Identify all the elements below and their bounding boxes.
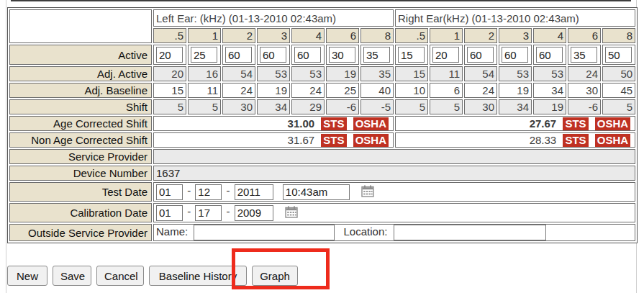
baseline-history-button[interactable]: Baseline History	[149, 266, 247, 286]
freq-right-3: 3	[499, 28, 532, 43]
active-input-right-8[interactable]	[605, 47, 632, 63]
age-corrected-left-value: 31.00	[288, 117, 315, 130]
active-input-right-4[interactable]	[536, 47, 563, 63]
adj-baseline-cell: 34	[533, 83, 566, 98]
adj-active-cell: 53	[291, 66, 325, 81]
service-provider-row: Service Provider	[9, 149, 635, 164]
save-button[interactable]: Save	[53, 266, 91, 286]
active-input-right-2[interactable]	[467, 47, 494, 63]
active-input-left-2[interactable]	[225, 47, 252, 63]
age-corrected-right-value: 27.67	[530, 117, 557, 130]
age-corrected-label: Age Corrected Shift	[9, 116, 152, 131]
shift-cell: -6	[326, 99, 359, 114]
adj-baseline-cell: 15	[153, 83, 186, 98]
service-provider-label: Service Provider	[9, 149, 152, 164]
test-time-input[interactable]	[283, 184, 350, 200]
non-age-corrected-row: Non Age Corrected Shift 31.67 STS OSHA 2…	[9, 132, 635, 148]
shift-cell: 19	[533, 99, 566, 114]
shift-cell: 34	[499, 99, 532, 114]
freq-right-6: 6	[568, 28, 601, 43]
freq-right-4: 4	[533, 28, 566, 43]
shift-cell: 34	[257, 99, 290, 114]
shift-cell: 5	[188, 99, 221, 114]
freq-left-3: 3	[257, 28, 290, 43]
adj-baseline-cell: 6	[430, 83, 463, 98]
graph-button[interactable]: Graph	[252, 266, 298, 286]
active-input-left-3[interactable]	[260, 47, 286, 63]
active-input-left-6[interactable]	[329, 47, 355, 63]
adj-active-cell: 35	[360, 66, 394, 81]
adj-active-cell: 53	[499, 66, 532, 81]
active-input-right-3[interactable]	[502, 47, 528, 63]
cancel-button[interactable]: Cancel	[96, 266, 144, 286]
adj-baseline-cell: 24	[291, 83, 325, 98]
shift-cell: 5	[430, 99, 463, 114]
osha-badge: OSHA	[353, 117, 389, 130]
calibration-date-day-input[interactable]	[195, 205, 222, 221]
non-age-corrected-right-value: 28.33	[530, 134, 557, 146]
adj-baseline-cell: 40	[360, 83, 394, 98]
sts-badge: STS	[563, 134, 588, 147]
adj-active-cell: 54	[222, 66, 255, 81]
active-input-left-4[interactable]	[294, 47, 321, 63]
adj-baseline-cell: 24	[464, 83, 497, 98]
adj-baseline-cell: 19	[257, 83, 290, 98]
non-age-corrected-right-cell: 28.33 STS OSHA	[395, 132, 635, 148]
osha-badge: OSHA	[595, 117, 630, 130]
active-input-left-1[interactable]	[191, 47, 217, 63]
date-separator: -	[187, 205, 191, 217]
freq-right-2: 2	[464, 28, 497, 43]
service-provider-value	[153, 149, 635, 164]
active-input-right-1[interactable]	[432, 47, 459, 63]
right-ear-header: Right Ear(kHz) (01-13-2010 02:43am)	[395, 9, 635, 27]
date-separator: -	[227, 184, 230, 197]
audiogram-table: Left Ear: (kHz) (01-13-2010 02:43am) Rig…	[7, 7, 638, 243]
age-corrected-right-cell: 27.67 STS OSHA	[395, 116, 635, 131]
adj-active-cell: 54	[464, 66, 497, 81]
calibration-date-label: Calibration Date	[9, 203, 152, 222]
freq-left-8: 8	[360, 28, 394, 43]
non-age-corrected-left-value: 31.67	[288, 134, 315, 146]
corner-cell	[9, 9, 152, 43]
test-date-day-input[interactable]	[195, 184, 222, 200]
outside-service-provider-row: Outside Service Provider Name: Location:	[9, 224, 635, 241]
active-input-left-05[interactable]	[156, 47, 183, 63]
outside-provider-location-input[interactable]	[394, 225, 546, 240]
adj-baseline-cell: 25	[326, 83, 359, 98]
calendar-icon[interactable]	[285, 206, 298, 220]
calibration-date-year-input[interactable]	[235, 205, 273, 221]
active-label: Active	[9, 45, 152, 65]
shift-label: Shift	[9, 99, 152, 114]
test-date-month-input[interactable]	[156, 184, 183, 200]
test-date-row: Test Date - -	[9, 182, 635, 202]
shift-cell: 5	[153, 99, 186, 114]
freq-right-05: .5	[395, 28, 428, 43]
sts-badge: STS	[321, 117, 346, 130]
adj-baseline-cell: 30	[568, 83, 601, 98]
active-input-right-05[interactable]	[398, 47, 425, 63]
adj-active-cell: 53	[533, 66, 566, 81]
new-button[interactable]: New	[7, 266, 47, 286]
adj-active-cell: 24	[568, 66, 601, 81]
outside-provider-name-input[interactable]	[194, 225, 335, 240]
test-date-year-input[interactable]	[235, 184, 273, 200]
calendar-icon[interactable]	[361, 185, 374, 199]
shift-cell: -5	[360, 99, 394, 114]
top-divider	[11, 0, 631, 1]
adj-active-cell: 20	[153, 66, 186, 81]
active-row: Active	[9, 45, 635, 65]
device-number-label: Device Number	[9, 166, 152, 181]
active-input-right-6[interactable]	[571, 47, 597, 63]
ear-header-row: Left Ear: (kHz) (01-13-2010 02:43am) Rig…	[9, 9, 635, 27]
active-input-left-8[interactable]	[363, 47, 390, 63]
shift-cell: 5	[602, 99, 635, 114]
sts-badge: STS	[321, 134, 346, 147]
name-label: Name:	[156, 225, 188, 238]
adj-active-cell: 50	[602, 66, 635, 81]
non-age-corrected-left-cell: 31.67 STS OSHA	[153, 132, 394, 148]
sts-badge: STS	[563, 117, 588, 130]
left-ear-header: Left Ear: (kHz) (01-13-2010 02:43am)	[153, 9, 394, 27]
calibration-date-month-input[interactable]	[156, 205, 183, 221]
outside-service-provider-cell: Name: Location:	[153, 224, 635, 241]
location-label: Location:	[344, 225, 388, 238]
